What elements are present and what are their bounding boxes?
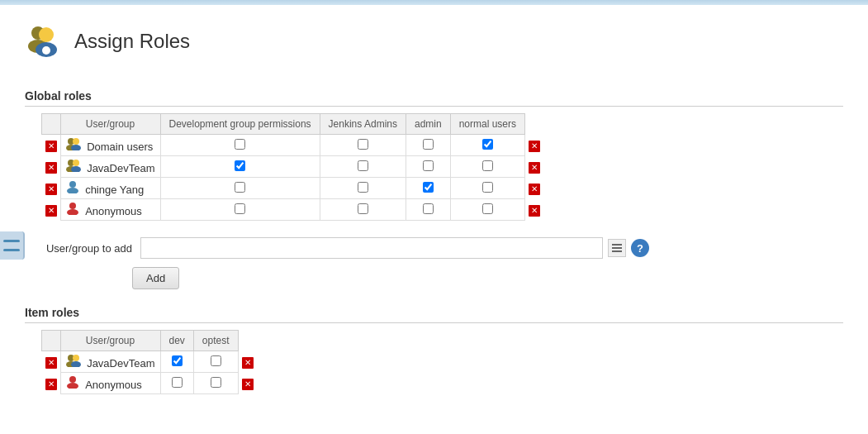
- cell-jenkins-admins: [320, 156, 406, 178]
- table-row: ✕ Domain users: [42, 135, 544, 156]
- delete-button-right[interactable]: ✕: [529, 205, 540, 217]
- svg-point-4: [42, 46, 50, 55]
- col-header-normal-users: normal users: [450, 114, 524, 135]
- delete-button-right[interactable]: ✕: [529, 184, 540, 195]
- cell-admin: [406, 135, 450, 156]
- cell-dev-group: [160, 199, 320, 221]
- item-col-header-dev: dev: [160, 331, 193, 351]
- delete-button-right[interactable]: ✕: [529, 141, 540, 152]
- input-list-icon[interactable]: [608, 239, 626, 257]
- checkbox-normal-users[interactable]: [482, 160, 493, 171]
- global-roles-table-wrapper: User/group Development group permissions…: [33, 113, 843, 221]
- sidebar-line: [3, 240, 20, 242]
- table-row: ✕ JavaDevTeam: [42, 351, 257, 373]
- svg-rect-18: [612, 247, 622, 249]
- checkbox-optest[interactable]: [211, 355, 221, 366]
- checkbox-admin[interactable]: [423, 182, 434, 193]
- add-user-form: User/group to add ? Add: [25, 237, 843, 289]
- user-name: JavaDevTeam: [87, 357, 154, 370]
- item-roles-table-wrapper: User/group dev optest ✕: [33, 330, 843, 394]
- checkbox-dev[interactable]: [172, 377, 183, 388]
- assign-roles-icon: [25, 21, 64, 61]
- delete-button[interactable]: ✕: [45, 162, 57, 174]
- cell-admin: [406, 178, 450, 199]
- delete-button[interactable]: ✕: [45, 379, 57, 390]
- user-group-input[interactable]: [140, 237, 603, 259]
- sidebar: [0, 231, 25, 260]
- item-roles-title: Item roles: [25, 306, 843, 323]
- add-button-row: Add: [25, 267, 843, 289]
- checkbox-normal-users[interactable]: [482, 203, 493, 214]
- checkbox-admin[interactable]: [423, 160, 434, 171]
- user-input-row: User/group to add ?: [25, 237, 843, 259]
- global-roles-section: Global roles User/group Development grou…: [25, 89, 843, 221]
- cell-admin: [406, 199, 450, 221]
- checkbox-normal-users[interactable]: [482, 139, 493, 150]
- add-button[interactable]: Add: [132, 267, 179, 289]
- col-header-admin: admin: [406, 114, 450, 135]
- checkbox-admin[interactable]: [423, 203, 434, 214]
- checkbox-dev-group[interactable]: [235, 160, 245, 171]
- svg-point-14: [67, 188, 78, 193]
- cell-admin: [406, 156, 450, 178]
- svg-rect-17: [612, 244, 622, 246]
- delete-button[interactable]: ✕: [45, 357, 57, 369]
- svg-point-2: [39, 27, 54, 42]
- global-roles-table: User/group Development group permissions…: [41, 113, 543, 221]
- cell-dev-group: [160, 135, 320, 156]
- global-roles-title: Global roles: [25, 89, 843, 107]
- cell-jenkins-admins: [320, 135, 406, 156]
- svg-rect-19: [612, 250, 622, 252]
- sidebar-line: [3, 249, 20, 251]
- svg-point-25: [67, 383, 78, 389]
- checkbox-optest[interactable]: [211, 377, 221, 388]
- col-header-jenkins-admins: Jenkins Admins: [320, 114, 406, 135]
- user-icon-anon: [66, 205, 83, 217]
- checkbox-dev-group[interactable]: [235, 139, 245, 150]
- input-wrap: ?: [140, 237, 649, 259]
- checkbox-admin[interactable]: [423, 139, 434, 150]
- user-icon-group: [66, 357, 84, 370]
- checkbox-jenkins-admins[interactable]: [358, 203, 368, 214]
- cell-normal-users: [450, 156, 524, 178]
- user-name: JavaDevTeam: [87, 162, 154, 174]
- checkbox-dev-group[interactable]: [235, 182, 245, 193]
- item-cell-dev: [160, 373, 193, 394]
- cell-dev-group: [160, 156, 320, 178]
- svg-point-16: [67, 209, 78, 215]
- item-roles-section: Item roles User/group dev optest: [25, 306, 843, 394]
- delete-button-right[interactable]: ✕: [242, 379, 254, 390]
- user-icon-single: [66, 184, 83, 196]
- delete-button[interactable]: ✕: [45, 184, 57, 195]
- checkbox-dev-group[interactable]: [235, 203, 245, 214]
- svg-point-7: [73, 138, 79, 145]
- checkbox-jenkins-admins[interactable]: [358, 139, 368, 150]
- checkbox-jenkins-admins[interactable]: [358, 160, 368, 171]
- checkbox-normal-users[interactable]: [482, 182, 493, 193]
- delete-button-right[interactable]: ✕: [529, 162, 540, 174]
- svg-point-24: [69, 376, 76, 383]
- cell-jenkins-admins: [320, 199, 406, 221]
- item-cell-dev: [160, 351, 193, 373]
- user-icon-anon: [66, 379, 83, 391]
- user-name: Domain users: [87, 141, 153, 153]
- delete-button-right[interactable]: ✕: [242, 357, 254, 369]
- user-icon-group: [66, 162, 84, 174]
- col-header-dev-group: Development group permissions: [160, 114, 320, 135]
- delete-button[interactable]: ✕: [45, 205, 57, 217]
- cell-normal-users: [450, 135, 524, 156]
- checkbox-jenkins-admins[interactable]: [358, 182, 368, 193]
- user-name: chinge Yang: [85, 184, 144, 196]
- user-name: Anonymous: [85, 205, 142, 217]
- cell-dev-group: [160, 178, 320, 199]
- user-icon-group: [66, 141, 84, 153]
- svg-point-11: [73, 160, 79, 166]
- list-icon: [611, 243, 623, 253]
- cell-jenkins-admins: [320, 178, 406, 199]
- page-container: Assign Roles Global roles User/group Dev…: [0, 5, 868, 427]
- help-icon[interactable]: ?: [631, 239, 649, 257]
- checkbox-dev[interactable]: [172, 355, 183, 366]
- item-col-header-user-group: User/group: [60, 331, 160, 351]
- delete-button[interactable]: ✕: [45, 141, 57, 152]
- svg-point-22: [73, 355, 79, 361]
